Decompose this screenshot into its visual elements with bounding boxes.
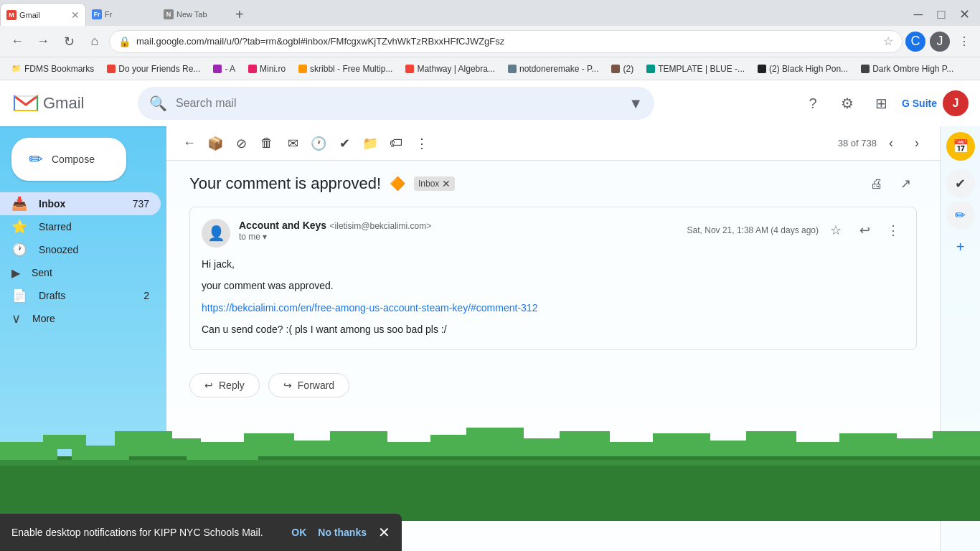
bookmark-skribbl[interactable]: skribbl - Free Multip...	[293, 62, 398, 75]
reply-quick-button[interactable]: ↩	[853, 219, 876, 242]
sidebar-item-drafts[interactable]: 📄 Drafts 2	[0, 284, 161, 307]
add-to-tasks-button[interactable]: ✔	[333, 132, 356, 155]
search-bar[interactable]: 🔍 ▼	[138, 87, 654, 120]
forward-label: Forward	[298, 380, 334, 391]
more-email-options-button[interactable]: ⋮	[882, 219, 905, 242]
delete-button[interactable]: 🗑	[255, 132, 278, 155]
starred-label: Starred	[39, 221, 149, 232]
bookmark-template[interactable]: TEMPLATE | BLUE -...	[641, 62, 750, 75]
right-panel-icon-3[interactable]: ✏	[946, 201, 975, 230]
right-panel-icon-1[interactable]: 📅	[946, 132, 975, 161]
recipient-expand-icon[interactable]: ▾	[263, 232, 267, 242]
sidebar-item-starred[interactable]: ⭐ Starred	[0, 215, 161, 238]
bookmark-count2[interactable]: (2)	[606, 62, 639, 75]
tab-inactive-2[interactable]: N New Tab	[158, 3, 230, 26]
notification-bar: Enable desktop notifications for KIPP NY…	[0, 514, 402, 551]
bookmark-friends[interactable]: Do your Friends Re...	[101, 62, 206, 75]
sidebar: ✏ Compose 📥 Inbox 737 ⭐ Starred 🕐 Snooze…	[0, 126, 166, 551]
lock-icon: 🔒	[118, 36, 131, 47]
profile-icon[interactable]: J	[930, 32, 950, 52]
snooze-button[interactable]: 🕐	[307, 132, 330, 155]
gmail-logo-text: Gmail	[43, 94, 84, 113]
compose-label: Compose	[52, 154, 95, 165]
right-panel-icon-2[interactable]: ✔	[946, 169, 975, 198]
more-options-button[interactable]: ⋮	[410, 132, 433, 155]
forward-button[interactable]: →	[32, 30, 55, 53]
archive-button[interactable]: 📦	[204, 132, 227, 155]
comment-link[interactable]: https://bekcialimi.com/en/free-among-us-…	[202, 302, 537, 314]
inbox-tag-close[interactable]: ✕	[442, 178, 451, 189]
bookmark-mini[interactable]: Mini.ro	[242, 62, 291, 75]
tab-inactive-1[interactable]: Fr Fr	[86, 3, 158, 26]
gmail-logo: Gmail	[11, 89, 126, 118]
main-content: ← 📦 ⊘ 🗑 ✉ 🕐 ✔ 📁 🏷 ⋮ 38 of 738 ‹ ›	[166, 126, 940, 551]
minimize-button[interactable]: ─	[908, 4, 928, 24]
home-button[interactable]: ⌂	[83, 30, 106, 53]
back-button[interactable]: ←	[6, 30, 29, 53]
snoozed-label: Snoozed	[39, 244, 149, 255]
email-timestamp: Sat, Nov 21, 1:38 AM (4 days ago)	[687, 225, 819, 235]
inbox-tag: Inbox ✕	[414, 176, 455, 191]
search-icon: 🔍	[149, 95, 167, 112]
notification-no-thanks-button[interactable]: No thanks	[318, 527, 367, 538]
drafts-badge: 2	[143, 290, 149, 301]
sidebar-item-more[interactable]: ∨ More	[0, 307, 161, 330]
body-greeting: Hi jack,	[202, 256, 905, 272]
print-button[interactable]: 🖨	[865, 172, 888, 195]
extensions-icon[interactable]: C	[905, 32, 925, 52]
search-dropdown-icon[interactable]: ▼	[628, 95, 643, 112]
forward-icon: ↪	[283, 380, 292, 391]
label-button[interactable]: 🏷	[385, 132, 407, 155]
bookmark-a[interactable]: - A	[207, 62, 241, 75]
sidebar-item-inbox[interactable]: 📥 Inbox 737	[0, 192, 161, 215]
settings-button[interactable]: ⚙	[833, 89, 862, 118]
active-tab[interactable]: M Gmail ✕	[0, 3, 86, 26]
move-to-button[interactable]: 📁	[359, 132, 382, 155]
gmail-header: Gmail 🔍 ▼ ? ⚙ ⊞ G Suite J	[0, 80, 980, 126]
starred-icon: ⭐	[11, 219, 27, 235]
sent-icon: ▶	[11, 266, 20, 280]
right-panel-add-button[interactable]: +	[946, 232, 975, 261]
bookmark-darkombre[interactable]: Dark Ombre High P...	[855, 62, 959, 75]
compose-button[interactable]: ✏ Compose	[11, 138, 126, 181]
drafts-icon: 📄	[11, 288, 27, 303]
spam-button[interactable]: ⊘	[230, 132, 253, 155]
notification-close-button[interactable]: ✕	[378, 524, 390, 541]
search-input[interactable]	[176, 97, 620, 110]
refresh-button[interactable]: ↻	[57, 30, 80, 53]
tab-close[interactable]: ✕	[71, 9, 80, 21]
to-line: to me	[239, 232, 260, 242]
close-button[interactable]: ✕	[954, 4, 974, 24]
bookmark-blackhigh[interactable]: (2) Black High Pon...	[752, 62, 854, 75]
apps-button[interactable]: ⊞	[867, 89, 896, 118]
notification-ok-button[interactable]: OK	[291, 527, 306, 538]
subject-decoration-icon: 🔶	[390, 176, 405, 192]
gsuite-label: G Suite	[902, 98, 937, 109]
next-email-button[interactable]: ›	[905, 132, 928, 155]
new-tab-button[interactable]: +	[230, 6, 250, 23]
forward-button[interactable]: ↪ Forward	[268, 373, 349, 397]
reply-label: Reply	[219, 380, 245, 391]
bookmark-mathway[interactable]: Mathway | Algebra...	[400, 62, 501, 75]
bookmark-notdone[interactable]: notdoneremake - P...	[502, 62, 605, 75]
right-panel: 📅 ✔ ✏ +	[940, 126, 980, 551]
body-approved: your comment was approved.	[202, 278, 905, 293]
bookmark-icon[interactable]: ☆	[883, 34, 893, 48]
sidebar-item-sent[interactable]: ▶ Sent	[0, 261, 161, 284]
url-text: mail.google.com/mail/u/0/?tab=rm&ogbl#in…	[136, 36, 877, 47]
snoozed-icon: 🕐	[11, 242, 27, 258]
open-external-button[interactable]: ↗	[894, 172, 917, 195]
star-button[interactable]: ☆	[824, 219, 847, 242]
mark-unread-button[interactable]: ✉	[281, 132, 304, 155]
user-avatar[interactable]: J	[943, 90, 969, 116]
sent-label: Sent	[32, 267, 149, 278]
back-to-inbox-button[interactable]: ←	[178, 132, 201, 155]
prev-email-button[interactable]: ‹	[880, 132, 903, 155]
sidebar-item-snoozed[interactable]: 🕐 Snoozed	[0, 238, 161, 261]
help-button[interactable]: ?	[798, 89, 827, 118]
maximize-button[interactable]: □	[931, 4, 951, 24]
reply-button[interactable]: ↩ Reply	[189, 373, 260, 397]
bookmark-fdms[interactable]: 📁 FDMS Bookmarks	[6, 62, 100, 75]
menu-icon[interactable]: ⋮	[954, 32, 974, 52]
email-message: 👤 Account and Keys <iletisim@bekcialimi.…	[189, 207, 917, 350]
